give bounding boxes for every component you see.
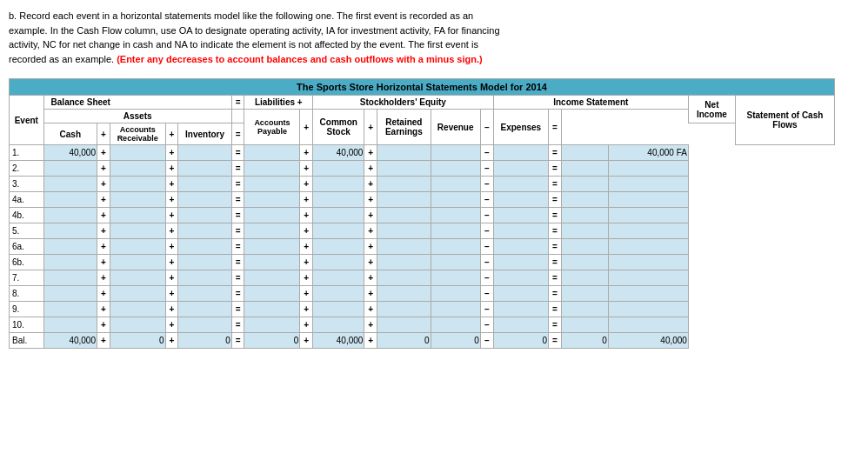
rev-cell[interactable] (431, 223, 480, 239)
re-cell[interactable] (377, 239, 431, 255)
rev-input[interactable] (446, 289, 479, 298)
cash-input[interactable] (57, 273, 96, 283)
cs-cell[interactable] (313, 192, 364, 208)
cs-input[interactable] (330, 289, 363, 298)
inv-input[interactable] (192, 179, 230, 189)
ar-cell[interactable] (110, 286, 165, 302)
ar-cell[interactable] (110, 317, 165, 333)
inv-input[interactable] (192, 336, 230, 345)
inv-input[interactable] (192, 304, 230, 314)
re-cell[interactable] (377, 145, 431, 161)
cash-input[interactable] (57, 242, 96, 251)
re-cell[interactable] (377, 161, 431, 177)
inv-cell[interactable] (178, 161, 231, 177)
ni-cell[interactable] (561, 161, 608, 177)
ar-cell[interactable] (110, 161, 165, 177)
ap-cell[interactable] (244, 286, 300, 302)
ni-input[interactable] (574, 195, 607, 204)
inv-cell[interactable] (178, 333, 231, 349)
rev-cell[interactable] (431, 177, 480, 192)
rev-input[interactable] (446, 304, 479, 314)
ar-cell[interactable] (110, 270, 165, 286)
cs-input[interactable] (330, 242, 363, 251)
ni-input[interactable] (574, 179, 607, 189)
rev-cell[interactable] (431, 333, 480, 349)
scf-input[interactable] (628, 195, 687, 204)
ap-cell[interactable] (244, 192, 300, 208)
ar-input[interactable] (124, 320, 164, 330)
ar-input[interactable] (124, 257, 164, 267)
cash-cell[interactable] (43, 333, 97, 349)
cash-input[interactable] (57, 304, 96, 314)
inv-input[interactable] (192, 320, 230, 330)
ni-input[interactable] (574, 336, 607, 345)
cs-input[interactable] (330, 273, 363, 283)
re-input[interactable] (391, 289, 430, 298)
scf-input[interactable] (628, 163, 687, 173)
ap-input[interactable] (258, 163, 298, 173)
cash-cell[interactable] (43, 286, 97, 302)
ar-input[interactable] (124, 210, 164, 220)
ni-input[interactable] (574, 304, 607, 314)
ar-input[interactable] (124, 163, 164, 173)
inv-input[interactable] (192, 257, 230, 267)
ni-cell[interactable] (561, 302, 608, 317)
rev-input[interactable] (446, 242, 479, 251)
cs-input[interactable] (330, 320, 363, 330)
exp-cell[interactable] (493, 145, 548, 161)
ap-cell[interactable] (244, 145, 300, 161)
ap-cell[interactable] (244, 239, 300, 255)
cs-input[interactable] (330, 226, 363, 236)
exp-input[interactable] (514, 242, 547, 251)
exp-cell[interactable] (493, 333, 548, 349)
re-input[interactable] (391, 179, 430, 189)
cs-cell[interactable] (313, 161, 364, 177)
ni-input[interactable] (574, 163, 607, 173)
inv-cell[interactable] (178, 208, 231, 223)
inv-cell[interactable] (178, 302, 231, 317)
ni-input[interactable] (574, 210, 607, 220)
cash-cell[interactable] (43, 177, 97, 192)
inv-cell[interactable] (178, 145, 231, 161)
cash-input[interactable] (57, 257, 96, 267)
cash-cell[interactable] (43, 192, 97, 208)
re-cell[interactable] (377, 192, 431, 208)
scf-input[interactable] (628, 273, 687, 283)
re-input[interactable] (391, 148, 430, 157)
exp-input[interactable] (514, 304, 547, 314)
rev-input[interactable] (446, 179, 479, 189)
scf-cell[interactable] (608, 239, 688, 255)
exp-cell[interactable] (493, 223, 548, 239)
scf-input[interactable] (628, 210, 687, 220)
ni-input[interactable] (574, 148, 607, 157)
ap-cell[interactable] (244, 270, 300, 286)
re-input[interactable] (391, 242, 430, 251)
ni-cell[interactable] (561, 317, 608, 333)
cs-cell[interactable] (313, 208, 364, 223)
rev-input[interactable] (446, 195, 479, 204)
cs-input[interactable] (330, 179, 363, 189)
cash-cell[interactable] (43, 223, 97, 239)
scf-cell[interactable] (608, 208, 688, 223)
cs-input[interactable] (330, 195, 363, 204)
ar-cell[interactable] (110, 192, 165, 208)
rev-cell[interactable] (431, 270, 480, 286)
cs-cell[interactable] (313, 317, 364, 333)
cash-cell[interactable] (43, 161, 97, 177)
re-input[interactable] (391, 336, 430, 345)
re-input[interactable] (391, 226, 430, 236)
scf-input[interactable] (628, 226, 687, 236)
exp-cell[interactable] (493, 255, 548, 270)
re-input[interactable] (391, 320, 430, 330)
cash-input[interactable] (57, 148, 96, 157)
ar-cell[interactable] (110, 302, 165, 317)
inv-cell[interactable] (178, 223, 231, 239)
cs-input[interactable] (330, 163, 363, 173)
cash-cell[interactable] (43, 145, 97, 161)
ni-input[interactable] (574, 289, 607, 298)
ar-input[interactable] (124, 289, 164, 298)
cs-cell[interactable] (313, 333, 364, 349)
exp-cell[interactable] (493, 161, 548, 177)
inv-cell[interactable] (178, 177, 231, 192)
rev-input[interactable] (446, 226, 479, 236)
